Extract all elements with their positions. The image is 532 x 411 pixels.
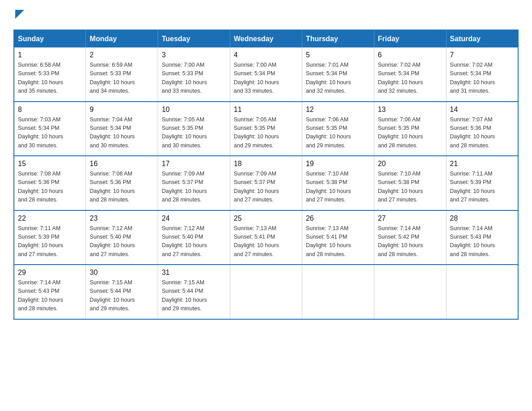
day-number: 29 bbox=[18, 269, 82, 277]
calendar-cell: 25 Sunrise: 7:13 AM Sunset: 5:41 PM Dayl… bbox=[230, 210, 302, 265]
calendar-cell: 24 Sunrise: 7:12 AM Sunset: 5:40 PM Dayl… bbox=[158, 210, 230, 265]
day-info: Sunrise: 7:02 AM Sunset: 5:34 PM Dayligh… bbox=[450, 61, 514, 96]
calendar-cell: 2 Sunrise: 6:59 AM Sunset: 5:33 PM Dayli… bbox=[86, 47, 158, 102]
calendar-cell: 26 Sunrise: 7:13 AM Sunset: 5:41 PM Dayl… bbox=[302, 210, 374, 265]
logo bbox=[13, 9, 24, 21]
calendar-cell: 4 Sunrise: 7:00 AM Sunset: 5:34 PM Dayli… bbox=[230, 47, 302, 102]
calendar-cell: 3 Sunrise: 7:00 AM Sunset: 5:33 PM Dayli… bbox=[158, 47, 230, 102]
day-number: 27 bbox=[378, 214, 442, 223]
day-info: Sunrise: 7:13 AM Sunset: 5:41 PM Dayligh… bbox=[234, 224, 298, 259]
day-number: 16 bbox=[90, 160, 154, 168]
calendar-cell: 22 Sunrise: 7:11 AM Sunset: 5:39 PM Dayl… bbox=[14, 210, 86, 265]
day-number: 13 bbox=[378, 106, 442, 114]
day-info: Sunrise: 7:13 AM Sunset: 5:41 PM Dayligh… bbox=[306, 224, 370, 259]
header-sunday: Sunday bbox=[14, 30, 86, 47]
day-number: 18 bbox=[234, 160, 298, 168]
calendar-cell: 20 Sunrise: 7:10 AM Sunset: 5:38 PM Dayl… bbox=[374, 156, 446, 210]
calendar-cell: 23 Sunrise: 7:12 AM Sunset: 5:40 PM Dayl… bbox=[86, 210, 158, 265]
day-info: Sunrise: 7:15 AM Sunset: 5:44 PM Dayligh… bbox=[90, 278, 154, 313]
day-number: 3 bbox=[162, 51, 226, 59]
day-number: 21 bbox=[450, 160, 514, 168]
day-info: Sunrise: 7:14 AM Sunset: 5:43 PM Dayligh… bbox=[18, 278, 82, 313]
calendar-cell: 29 Sunrise: 7:14 AM Sunset: 5:43 PM Dayl… bbox=[14, 265, 86, 319]
day-number: 9 bbox=[90, 106, 154, 114]
day-info: Sunrise: 6:58 AM Sunset: 5:33 PM Dayligh… bbox=[18, 61, 82, 96]
calendar-cell: 18 Sunrise: 7:09 AM Sunset: 5:37 PM Dayl… bbox=[230, 156, 302, 210]
day-info: Sunrise: 7:00 AM Sunset: 5:34 PM Dayligh… bbox=[234, 61, 298, 96]
day-number: 28 bbox=[450, 214, 514, 223]
calendar-cell: 8 Sunrise: 7:03 AM Sunset: 5:34 PM Dayli… bbox=[14, 102, 86, 156]
day-info: Sunrise: 7:07 AM Sunset: 5:36 PM Dayligh… bbox=[450, 116, 514, 150]
calendar-cell: 27 Sunrise: 7:14 AM Sunset: 5:42 PM Dayl… bbox=[374, 210, 446, 265]
day-info: Sunrise: 7:08 AM Sunset: 5:36 PM Dayligh… bbox=[18, 170, 82, 205]
calendar-cell: 12 Sunrise: 7:06 AM Sunset: 5:35 PM Dayl… bbox=[302, 102, 374, 156]
calendar-cell: 5 Sunrise: 7:01 AM Sunset: 5:34 PM Dayli… bbox=[302, 47, 374, 102]
logo-icon bbox=[13, 9, 24, 21]
day-info: Sunrise: 6:59 AM Sunset: 5:33 PM Dayligh… bbox=[90, 61, 154, 96]
calendar-cell bbox=[230, 265, 302, 319]
day-info: Sunrise: 7:09 AM Sunset: 5:37 PM Dayligh… bbox=[234, 170, 298, 205]
day-info: Sunrise: 7:12 AM Sunset: 5:40 PM Dayligh… bbox=[90, 224, 154, 259]
calendar-cell: 7 Sunrise: 7:02 AM Sunset: 5:34 PM Dayli… bbox=[446, 47, 518, 102]
calendar-cell: 21 Sunrise: 7:11 AM Sunset: 5:39 PM Dayl… bbox=[446, 156, 518, 210]
day-info: Sunrise: 7:10 AM Sunset: 5:38 PM Dayligh… bbox=[306, 170, 370, 205]
day-number: 22 bbox=[18, 214, 82, 223]
calendar-cell: 10 Sunrise: 7:05 AM Sunset: 5:35 PM Dayl… bbox=[158, 102, 230, 156]
day-number: 10 bbox=[162, 106, 226, 114]
calendar-week-row: 8 Sunrise: 7:03 AM Sunset: 5:34 PM Dayli… bbox=[14, 102, 518, 156]
header-wednesday: Wednesday bbox=[230, 30, 302, 47]
day-number: 2 bbox=[90, 51, 154, 59]
day-info: Sunrise: 7:10 AM Sunset: 5:38 PM Dayligh… bbox=[378, 170, 442, 205]
calendar-table: SundayMondayTuesdayWednesdayThursdayFrid… bbox=[13, 30, 519, 320]
calendar-cell bbox=[446, 265, 518, 319]
day-info: Sunrise: 7:03 AM Sunset: 5:34 PM Dayligh… bbox=[18, 116, 82, 150]
day-info: Sunrise: 7:12 AM Sunset: 5:40 PM Dayligh… bbox=[162, 224, 226, 259]
day-number: 7 bbox=[450, 51, 514, 59]
calendar-week-row: 22 Sunrise: 7:11 AM Sunset: 5:39 PM Dayl… bbox=[14, 210, 518, 265]
day-info: Sunrise: 7:00 AM Sunset: 5:33 PM Dayligh… bbox=[162, 61, 226, 96]
day-info: Sunrise: 7:04 AM Sunset: 5:34 PM Dayligh… bbox=[90, 116, 154, 150]
logo-triangle-icon bbox=[15, 10, 24, 19]
calendar-cell: 19 Sunrise: 7:10 AM Sunset: 5:38 PM Dayl… bbox=[302, 156, 374, 210]
day-number: 1 bbox=[18, 51, 82, 59]
header-thursday: Thursday bbox=[302, 30, 374, 47]
calendar-week-row: 29 Sunrise: 7:14 AM Sunset: 5:43 PM Dayl… bbox=[14, 265, 518, 319]
day-info: Sunrise: 7:08 AM Sunset: 5:36 PM Dayligh… bbox=[90, 170, 154, 205]
calendar-cell bbox=[374, 265, 446, 319]
day-info: Sunrise: 7:01 AM Sunset: 5:34 PM Dayligh… bbox=[306, 61, 370, 96]
header-tuesday: Tuesday bbox=[158, 30, 230, 47]
day-info: Sunrise: 7:02 AM Sunset: 5:34 PM Dayligh… bbox=[378, 61, 442, 96]
day-number: 8 bbox=[18, 106, 82, 114]
svg-marker-0 bbox=[15, 10, 24, 19]
day-info: Sunrise: 7:05 AM Sunset: 5:35 PM Dayligh… bbox=[162, 116, 226, 150]
calendar-cell: 13 Sunrise: 7:06 AM Sunset: 5:35 PM Dayl… bbox=[374, 102, 446, 156]
day-number: 30 bbox=[90, 269, 154, 277]
calendar-header-row: SundayMondayTuesdayWednesdayThursdayFrid… bbox=[14, 30, 518, 47]
calendar-cell: 9 Sunrise: 7:04 AM Sunset: 5:34 PM Dayli… bbox=[86, 102, 158, 156]
calendar-cell: 11 Sunrise: 7:05 AM Sunset: 5:35 PM Dayl… bbox=[230, 102, 302, 156]
calendar-cell: 17 Sunrise: 7:09 AM Sunset: 5:37 PM Dayl… bbox=[158, 156, 230, 210]
day-number: 11 bbox=[234, 106, 298, 114]
day-number: 17 bbox=[162, 160, 226, 168]
calendar-week-row: 1 Sunrise: 6:58 AM Sunset: 5:33 PM Dayli… bbox=[14, 47, 518, 102]
day-number: 5 bbox=[306, 51, 370, 59]
calendar-week-row: 15 Sunrise: 7:08 AM Sunset: 5:36 PM Dayl… bbox=[14, 156, 518, 210]
day-number: 26 bbox=[306, 214, 370, 223]
day-number: 6 bbox=[378, 51, 442, 59]
day-info: Sunrise: 7:05 AM Sunset: 5:35 PM Dayligh… bbox=[234, 116, 298, 150]
calendar-cell: 15 Sunrise: 7:08 AM Sunset: 5:36 PM Dayl… bbox=[14, 156, 86, 210]
day-number: 14 bbox=[450, 106, 514, 114]
header-monday: Monday bbox=[86, 30, 158, 47]
calendar-cell bbox=[302, 265, 374, 319]
day-number: 25 bbox=[234, 214, 298, 223]
day-number: 20 bbox=[378, 160, 442, 168]
calendar-cell: 16 Sunrise: 7:08 AM Sunset: 5:36 PM Dayl… bbox=[86, 156, 158, 210]
day-number: 24 bbox=[162, 214, 226, 223]
day-info: Sunrise: 7:15 AM Sunset: 5:44 PM Dayligh… bbox=[162, 278, 226, 313]
day-number: 15 bbox=[18, 160, 82, 168]
calendar-cell: 14 Sunrise: 7:07 AM Sunset: 5:36 PM Dayl… bbox=[446, 102, 518, 156]
calendar-cell: 30 Sunrise: 7:15 AM Sunset: 5:44 PM Dayl… bbox=[86, 265, 158, 319]
day-info: Sunrise: 7:09 AM Sunset: 5:37 PM Dayligh… bbox=[162, 170, 226, 205]
day-number: 31 bbox=[162, 269, 226, 277]
day-info: Sunrise: 7:06 AM Sunset: 5:35 PM Dayligh… bbox=[306, 116, 370, 150]
